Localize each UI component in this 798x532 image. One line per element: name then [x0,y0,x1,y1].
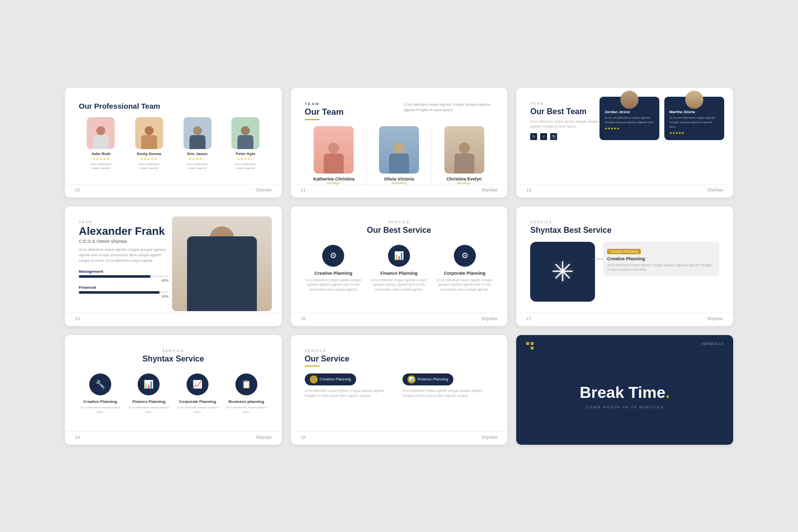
slide-9: VERSION 1.0 Break Time. COME AGAIN IN 20… [516,335,733,445]
service4-icon-4: 📋 [235,373,257,395]
slide2-number: 11 [301,187,306,192]
member-desc-2: Ut eu bibendumneque agentis [127,162,172,171]
slide3-number: 12 [526,187,531,192]
slide8-footer: 16 Shyntax [291,431,508,440]
service4-icon-2: 📊 [138,373,160,395]
member-name-2: Emily Donna [127,152,172,156]
badge-1: 🔧 Creative Planning [305,373,356,385]
service4-desc-1: Ut eu bibendum neque egestor atem. [79,405,122,414]
slide8-label: SERVICE [305,349,494,353]
break-subtitle: COME AGAIN IN 20 MINUTES [586,405,664,409]
slide3-card-1: Jordan Jesse Ut eu mtr bibendum neque ag… [599,97,659,140]
service4-item-3: 📈 Corporate Planning Ut eu bibendum nequ… [176,373,219,414]
slide8-desc-2: Ut eu bibendum neque egestor congue quis… [402,388,493,399]
slide6-brand: Shyntax [707,316,723,321]
card-stars-2: ★★★★★ [669,131,719,135]
card-name-1: Jordan Jesse [604,110,654,114]
avatar-4 [231,117,259,149]
slide-7: SERVICE Shyntax Service 🔧 Creative Plann… [65,335,282,445]
service-name-2: Finance Planning [370,271,428,276]
service-item-1: ⚙ Creative Planning Ut eu bibendum neque… [305,245,363,292]
slide8-number: 16 [301,435,306,440]
service-name-1: Creative Planning [305,271,363,276]
slide6-title: Shyntax Best Service [530,226,719,235]
avatar-3 [184,117,211,149]
slide2-avatar-2 [379,126,419,174]
slide2-label: TEAM [305,102,344,106]
skill-label-2: Financial [79,285,169,290]
slide2-title: Our Team [305,107,344,117]
slide-grid: Our Professional Team Julie Ruth ★★★★★ U… [65,88,733,445]
detail-title: Creative Planning [607,256,715,261]
slide9-logo-dots [526,342,534,350]
detail-tag: Creative Planning [607,249,640,254]
member-desc-4: Ut eu bibendumneque agentis [223,162,268,171]
badge-2: 📊 Finance Planning [402,373,453,385]
splash-icon: ✳ [551,256,574,288]
slide7-label: SERVICE [79,349,268,353]
slide2-divider-1 [366,126,367,185]
service4-name-3: Corporate Planning [176,399,219,404]
card-avatar-2 [685,91,703,109]
service-icon-1: ⚙ [322,245,344,267]
card-desc-2: Ut eu mtr bibendum neque agentis congue … [669,116,719,129]
progress-bar-1 [79,275,151,278]
badge-label-2: Finance Planning [417,377,448,381]
slide3-card-2: Martha Gloria Ut eu mtr bibendum neque a… [664,97,724,140]
service4-icon-1: 🔧 [89,373,111,395]
slide3-cards-row: Jordan Jesse Ut eu mtr bibendum neque ag… [599,97,724,140]
service-name-3: Corporate Planning [436,271,494,276]
member-name-1: Julie Ruth [79,152,123,156]
slide-3: TEAM Our Best Team Ut eu bibendum neque … [516,88,733,197]
slide1-team-grid: Julie Ruth ★★★★★ Ut eu bibendumneque age… [79,117,268,171]
slide2-footer: 11 Shyntax [291,184,508,192]
card-stars-1: ★★★★★ [604,127,654,131]
member-stars-4: ★★★★☆ [223,157,268,161]
service-big-icon: ✳ [530,242,595,302]
slide4-footer: 13 [65,313,282,321]
slide2-divider-2 [431,126,432,185]
slide2-person-1: Katherine Christina Manager [305,126,364,185]
slide7-footer: 14 Shyntax [65,431,282,440]
member-stars-1: ★★★★★ [79,157,123,161]
twitter-icon[interactable]: 𝕏 [530,133,537,140]
instagram-icon[interactable]: 📷 [550,133,557,140]
slide7-number: 14 [75,435,80,440]
slide4-skills: Management 80% Financial 90% [79,269,169,298]
slide2-avatar-1 [314,126,354,174]
slide6-number: 17 [526,316,531,321]
service4-item-1: 🔧 Creative Planning Ut eu bibendum neque… [79,373,122,414]
slide8-services: 🔧 Creative Planning Ut eu bibendum neque… [305,373,494,399]
service4-name-1: Creative Planning [79,399,122,404]
skill-financial: Financial 90% [79,285,169,298]
slide1-title: Our Professional Team [79,102,268,110]
slide1-footer: 10 Shyntax [65,184,282,192]
member-name-3: Eric Jason [175,152,219,156]
team-member-2: Emily Donna ★★★★★ Ut eu bibendumneque ag… [127,117,172,171]
service4-desc-4: Ut eu bibendum neque egestor atem. [225,405,268,414]
slide5-services: ⚙ Creative Planning Ut eu bibendum neque… [305,245,494,292]
service-icon-3: ⚙ [454,245,476,267]
slide2-name-3: Christina Evelyn [435,177,494,181]
slide-1: Our Professional Team Julie Ruth ★★★★★ U… [65,88,282,197]
dot-1 [526,342,529,345]
slide1-number: 10 [75,187,80,192]
slide7-services: 🔧 Creative Planning Ut eu bibendum neque… [79,373,268,414]
facebook-icon[interactable]: f [540,133,547,140]
badge-icon-1: 🔧 [310,375,318,383]
slide5-label: SERVICE [305,220,494,224]
dot-2 [531,342,534,345]
slide9-content: Break Time. COME AGAIN IN 20 MINUTES [530,349,719,434]
badge-icon-2: 📊 [407,375,415,383]
member-stars-3: ★★★★☆ [175,157,219,161]
card-desc-1: Ut eu mtr bibendum neque agentis congue … [604,116,654,125]
slide2-name-1: Katherine Christina [305,177,364,181]
slide5-brand: Shyntax [481,316,498,321]
slide8-title-line [305,365,320,366]
slide8-service-1: 🔧 Creative Planning Ut eu bibendum neque… [305,373,396,399]
break-title: Break Time. [580,383,670,402]
skill-management: Management 80% [79,269,169,282]
service-desc-1: Ut eu bibendum neque egestor congue quis… [305,278,363,292]
team-member-1: Julie Ruth ★★★★★ Ut eu bibendumneque age… [79,117,123,171]
member-desc-3: Ut eu bibendumneque agentis [175,162,219,171]
